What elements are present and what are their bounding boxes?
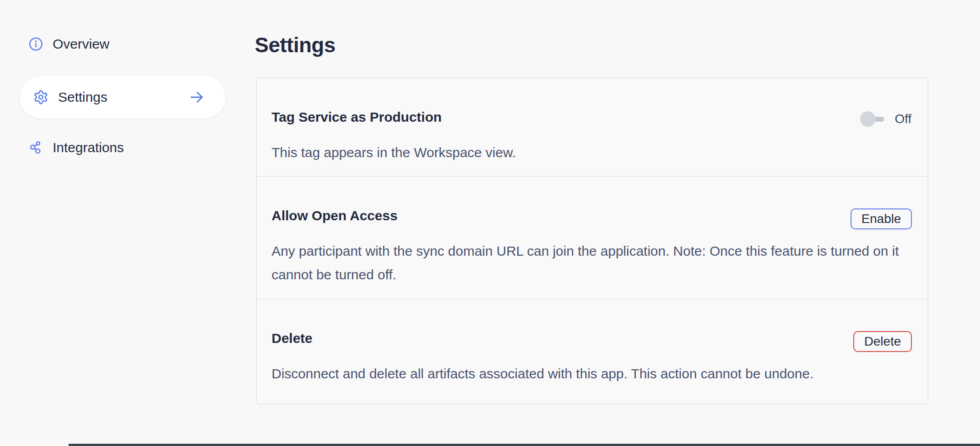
sidebar: Overview Settings Integra bbox=[0, 0, 245, 446]
integrations-icon bbox=[29, 140, 43, 155]
setting-title: Delete bbox=[272, 329, 912, 347]
bottom-window-edge bbox=[69, 444, 980, 446]
toggle-switch[interactable] bbox=[860, 111, 884, 127]
sidebar-item-label: Settings bbox=[58, 89, 107, 105]
setting-row-delete: Delete Disconnect and delete all artifac… bbox=[257, 299, 928, 404]
setting-description: Disconnect and delete all artifacts asso… bbox=[272, 362, 907, 386]
setting-description: This tag appears in the Workspace view. bbox=[272, 141, 907, 164]
delete-button[interactable]: Delete bbox=[853, 331, 912, 352]
setting-title: Tag Service as Production bbox=[272, 108, 912, 126]
sidebar-item-integrations[interactable]: Integrations bbox=[29, 140, 124, 155]
setting-row-tag-production: Tag Service as Production This tag appea… bbox=[257, 78, 928, 176]
settings-card: Tag Service as Production This tag appea… bbox=[256, 78, 928, 404]
sidebar-item-label: Overview bbox=[53, 36, 109, 52]
sidebar-item-settings[interactable]: Settings bbox=[19, 75, 226, 119]
tag-production-toggle-group: Off bbox=[860, 111, 911, 127]
toggle-state-label: Off bbox=[895, 112, 911, 126]
setting-title: Allow Open Access bbox=[272, 207, 912, 225]
toggle-knob bbox=[860, 111, 876, 127]
setting-row-open-access: Allow Open Access Any participant with t… bbox=[257, 176, 928, 299]
arrow-right-icon bbox=[188, 89, 205, 105]
setting-description: Any participant with the sync domain URL… bbox=[272, 239, 907, 287]
sidebar-item-overview[interactable]: Overview bbox=[29, 36, 109, 52]
info-icon bbox=[29, 37, 43, 51]
enable-button[interactable]: Enable bbox=[851, 208, 912, 229]
gear-icon bbox=[33, 89, 49, 105]
page-title: Settings bbox=[255, 33, 335, 57]
sidebar-item-label: Integrations bbox=[53, 140, 124, 155]
